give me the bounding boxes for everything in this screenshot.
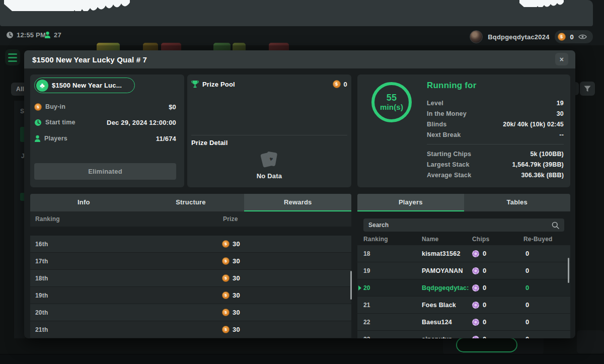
starting-chips-value: 5k (100BB) bbox=[530, 151, 564, 158]
table-row[interactable]: 21th30 bbox=[30, 321, 351, 338]
start-time-value: Dec 29, 2024 12:00:00 bbox=[107, 119, 176, 126]
level-label: Level bbox=[427, 100, 443, 107]
no-data-text: No Data bbox=[257, 172, 282, 180]
average-stack-value: 306.36k (8BB) bbox=[521, 172, 564, 179]
coin-icon bbox=[222, 240, 230, 248]
modal-header: $1500 New Year Lucky Qual # 7 × bbox=[24, 50, 575, 68]
players-header-name: Name bbox=[422, 236, 438, 243]
current-user-marker-icon bbox=[358, 285, 361, 290]
rewards-table-header: Ranking Prize bbox=[30, 211, 351, 227]
tournament-info-panel: ♣ $1500 New Year Luc... Buy-in $0 Start … bbox=[30, 75, 184, 187]
next-break-label: Next Break bbox=[427, 131, 461, 138]
tournament-selector[interactable]: ♣ $1500 New Year Luc... bbox=[34, 78, 135, 93]
rewards-header-prize: Prize bbox=[223, 215, 238, 223]
running-for-title: Running for bbox=[427, 81, 477, 91]
players-value: 11/674 bbox=[156, 135, 176, 142]
coin-icon bbox=[222, 257, 230, 265]
chip-icon bbox=[472, 284, 479, 292]
prize-panel: Prize Pool 0 Prize Detail ♥ No Data bbox=[187, 75, 351, 187]
players-header-ranking: Ranking bbox=[363, 236, 388, 243]
blinds-value: 20k/ 40k (10k) 02:45 bbox=[503, 121, 564, 128]
timer-value: 55 bbox=[387, 93, 397, 103]
start-time-label: Start time bbox=[45, 119, 76, 126]
players-table-header: Ranking Name Chips Re-Buyed bbox=[357, 234, 570, 245]
coin-icon bbox=[34, 103, 42, 111]
table-row[interactable]: 18 kismat31562 0 0 bbox=[357, 245, 570, 262]
table-row[interactable]: 16th30 bbox=[30, 236, 351, 252]
table-row[interactable]: 22 Baesu124 0 0 bbox=[357, 314, 570, 330]
buyin-label: Buy-in bbox=[45, 103, 65, 110]
tab-tables[interactable]: Tables bbox=[464, 194, 571, 211]
largest-stack-label: Largest Stack bbox=[427, 161, 470, 168]
timer-unit: min(s) bbox=[380, 103, 403, 111]
players-scrollbar[interactable] bbox=[568, 258, 569, 283]
close-button[interactable]: × bbox=[555, 53, 568, 65]
itm-label: In the Money bbox=[427, 110, 467, 117]
player-search[interactable] bbox=[363, 219, 564, 232]
trophy-icon bbox=[191, 80, 199, 88]
table-row[interactable]: 19 PAMOYANAN 0 0 bbox=[357, 262, 570, 279]
running-panel: 55 min(s) Running for Level19 In the Mon… bbox=[357, 75, 570, 187]
table-row[interactable]: 19th30 bbox=[30, 287, 351, 304]
next-break-value: -- bbox=[559, 131, 564, 138]
table-row[interactable]: 17th30 bbox=[30, 253, 351, 269]
rewards-header-ranking: Ranking bbox=[35, 215, 60, 223]
search-input[interactable] bbox=[363, 222, 552, 229]
tournament-modal: $1500 New Year Lucky Qual # 7 × ♣ $1500 … bbox=[24, 50, 575, 338]
chip-icon bbox=[472, 336, 479, 339]
modal-title: $1500 New Year Lucky Qual # 7 bbox=[32, 55, 147, 64]
coin-icon bbox=[333, 80, 341, 88]
players-table: 18 kismat31562 0 0 19 PAMOYANAN 0 0 20 B… bbox=[357, 245, 570, 338]
cards-icon: ♥ bbox=[261, 151, 278, 168]
tab-rewards[interactable]: Rewards bbox=[244, 194, 351, 211]
players-header-rebuyed: Re-Buyed bbox=[523, 236, 553, 243]
coin-icon bbox=[222, 326, 230, 333]
players-row: Players 11/674 bbox=[34, 134, 176, 142]
prize-pool-value: 0 bbox=[344, 81, 347, 88]
table-row[interactable]: 20th30 bbox=[30, 304, 351, 321]
largest-stack-value: 1,564.79k (39BB) bbox=[512, 161, 564, 168]
running-rows: Level19 In the Money30 Blinds20k/ 40k (1… bbox=[427, 98, 564, 140]
timer-ring: 55 min(s) bbox=[371, 82, 412, 122]
itm-value: 30 bbox=[557, 110, 564, 117]
starting-chips-label: Starting Chips bbox=[427, 151, 471, 158]
buyin-value: $0 bbox=[169, 103, 176, 111]
chip-icon bbox=[472, 302, 479, 309]
clock-icon bbox=[34, 119, 42, 126]
club-logo-icon: ♣ bbox=[36, 80, 48, 92]
coin-icon bbox=[222, 309, 230, 316]
table-row[interactable]: 23 sinaputur 0 0 bbox=[357, 331, 570, 338]
side-tabs: Players Tables bbox=[357, 194, 570, 211]
table-row[interactable]: 18th30 bbox=[30, 270, 351, 286]
chip-icon bbox=[472, 250, 479, 257]
players-icon bbox=[34, 135, 41, 142]
level-value: 19 bbox=[557, 100, 564, 107]
table-row[interactable]: 21 Foes Black 0 0 bbox=[357, 297, 570, 313]
chip-icon bbox=[472, 267, 479, 274]
coin-icon bbox=[222, 292, 230, 299]
info-tabs: Info Structure Rewards bbox=[30, 194, 351, 211]
table-row-current-user[interactable]: 20 Bqdpgeqdytac: 0 0 bbox=[357, 279, 570, 296]
tab-structure[interactable]: Structure bbox=[137, 194, 245, 211]
divider bbox=[191, 135, 347, 135]
prize-pool-label: Prize Pool bbox=[202, 81, 235, 88]
rewards-table: 16th30 17th30 18th30 19th30 20th30 21th3… bbox=[30, 236, 351, 338]
tournament-name: $1500 New Year Luc... bbox=[52, 82, 122, 89]
prize-pool-row: Prize Pool 0 bbox=[191, 80, 347, 89]
tab-info[interactable]: Info bbox=[30, 194, 137, 211]
bottom-strip bbox=[0, 354, 604, 364]
tab-players[interactable]: Players bbox=[357, 194, 464, 211]
eliminated-button[interactable]: Eliminated bbox=[34, 163, 176, 180]
divider bbox=[427, 144, 564, 144]
prize-detail-label: Prize Detail bbox=[191, 139, 228, 147]
players-header-chips: Chips bbox=[472, 236, 489, 243]
app-root: 12:55 PM 27 Bqdpgeqdytac2024 0 All S J bbox=[0, 0, 604, 364]
rewards-scrollbar[interactable] bbox=[350, 271, 352, 300]
buyin-row: Buy-in $0 bbox=[34, 103, 176, 111]
search-icon bbox=[552, 222, 559, 229]
average-stack-label: Average Stack bbox=[427, 172, 471, 179]
no-data-block: ♥ No Data bbox=[187, 151, 351, 180]
start-time-row: Start time Dec 29, 2024 12:00:00 bbox=[34, 118, 176, 126]
blinds-label: Blinds bbox=[427, 121, 446, 128]
coin-icon bbox=[222, 274, 230, 282]
